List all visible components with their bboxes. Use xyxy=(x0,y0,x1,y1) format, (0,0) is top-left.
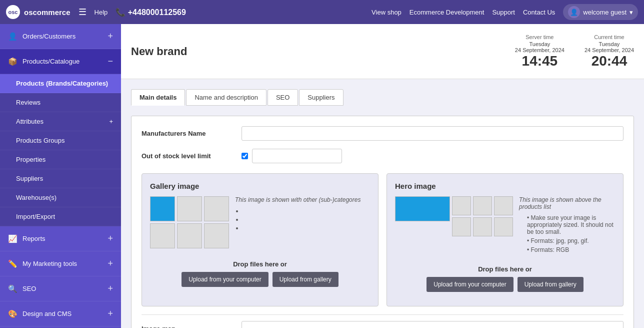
image-map-label: Image map xyxy=(142,325,242,329)
sidebar-sub-properties[interactable]: Properties xyxy=(0,150,121,169)
sidebar-label-orders: Orders/Customers xyxy=(22,33,76,40)
sidebar-sub-brands[interactable]: Products (Brands/Categories) xyxy=(0,74,121,93)
gallery-thumb-6 xyxy=(204,223,229,248)
stock-checkbox-group xyxy=(242,149,342,163)
support-link[interactable]: Support xyxy=(492,9,515,16)
sidebar-item-design[interactable]: 🎨 Design and CMS + xyxy=(0,301,121,326)
image-map-row: Image map xyxy=(142,314,624,328)
hero-bullet-2: • Formats: jpg, png, gif. xyxy=(527,237,615,244)
contact-us-link[interactable]: Contact Us xyxy=(523,9,555,16)
tab-name-description[interactable]: Name and description xyxy=(186,89,266,106)
hero-thumb-main xyxy=(395,196,450,221)
server-time-block: Server time Tuesday 24 September, 2024 1… xyxy=(515,34,564,69)
server-time: 14:45 xyxy=(515,53,564,69)
stock-checkbox[interactable] xyxy=(242,153,248,159)
sidebar-sub-reviews[interactable]: Reviews xyxy=(0,93,121,112)
hero-small-thumb-1 xyxy=(452,196,471,215)
reports-expand-icon[interactable]: + xyxy=(108,233,113,244)
products-expand-icon[interactable]: − xyxy=(108,56,113,67)
sidebar-item-products[interactable]: 📦 Products/Catalogue − xyxy=(0,49,121,74)
gallery-bullet-1 xyxy=(243,207,360,214)
user-icon: 👤 xyxy=(568,6,580,18)
chevron-down-icon: ▾ xyxy=(630,9,633,16)
marketing-expand-icon[interactable]: + xyxy=(108,258,113,269)
gallery-upload-computer-button[interactable]: Upload from your computer xyxy=(182,272,268,287)
tab-suppliers[interactable]: Suppliers xyxy=(299,89,343,106)
tab-seo[interactable]: SEO xyxy=(268,89,298,106)
sidebar-sub-warehouse[interactable]: Warehouse(s) xyxy=(0,188,121,207)
content-area: Main details Name and description SEO Su… xyxy=(121,79,644,328)
hero-drop-zone: Drop files here or Upload from your comp… xyxy=(395,265,615,292)
gallery-thumb-3 xyxy=(204,196,229,221)
sidebar: 👤 Orders/Customers + 📦 Products/Catalogu… xyxy=(0,24,121,328)
seo-expand-icon[interactable]: + xyxy=(108,283,113,294)
sidebar-label-design: Design and CMS xyxy=(22,310,72,317)
gallery-thumb-1 xyxy=(150,196,175,221)
phone-number: 📞 +448000112569 xyxy=(116,8,186,17)
top-nav: osc oscommerce ☰ Help 📞 +448000112569 Vi… xyxy=(0,0,644,24)
gallery-drop-zone: Drop files here or Upload from your comp… xyxy=(150,260,370,287)
sidebar-sub-products: Products (Brands/Categories) Reviews Att… xyxy=(0,74,121,226)
image-map-input[interactable] xyxy=(242,321,624,328)
hero-btn-group: Upload from your computer Upload from ga… xyxy=(395,277,615,292)
hero-drop-text: Drop files here or xyxy=(395,265,615,273)
hero-small-thumb-2 xyxy=(473,196,492,215)
reports-icon: 📈 xyxy=(8,234,18,243)
hero-bullet-list: • Make sure your image is appropriately … xyxy=(527,214,615,253)
design-expand-icon[interactable]: + xyxy=(108,308,113,319)
gallery-thumb-2 xyxy=(177,196,202,221)
current-time-block: Current time Tuesday 24 September, 2024 … xyxy=(584,34,634,69)
hamburger-icon[interactable]: ☰ xyxy=(78,7,86,18)
seo-icon: 🔍 xyxy=(8,284,18,293)
sidebar-item-orders[interactable]: 👤 Orders/Customers + xyxy=(0,24,121,49)
page-title: New brand xyxy=(131,45,187,58)
hero-upload-computer-button[interactable]: Upload from your computer xyxy=(426,277,513,292)
gallery-bullet-3 xyxy=(243,224,360,231)
hero-info-text: This image is shown above the products l… xyxy=(519,196,615,210)
sidebar-item-reports[interactable]: 📈 Reports + xyxy=(0,226,121,251)
help-link[interactable]: Help xyxy=(94,9,108,16)
gallery-image-panel: Gallery image This image xyxy=(142,173,378,306)
logo[interactable]: osc oscommerce xyxy=(6,5,70,19)
ecommerce-dev-link[interactable]: Ecommerce Development xyxy=(410,9,484,16)
orders-expand-icon[interactable]: + xyxy=(108,31,113,42)
sidebar-sub-suppliers[interactable]: Suppliers xyxy=(0,169,121,188)
hero-bullet-3: • Formats: RGB xyxy=(527,246,615,253)
logo-icon: osc xyxy=(6,5,20,19)
gallery-info-text: This image is shown with other (sub-)cat… xyxy=(235,196,360,203)
gallery-bullet-2 xyxy=(243,216,360,223)
view-shop-link[interactable]: View shop xyxy=(372,9,402,16)
user-name: welcome guest xyxy=(583,9,626,16)
sidebar-sub-groups[interactable]: Products Groups xyxy=(0,131,121,150)
sidebar-sub-attributes[interactable]: Attributes + xyxy=(0,112,121,131)
sidebar-sub-import[interactable]: Import/Export xyxy=(0,207,121,226)
sidebar-item-seo[interactable]: 🔍 SEO + xyxy=(0,276,121,301)
tab-bar: Main details Name and description SEO Su… xyxy=(131,89,634,106)
attributes-expand-icon[interactable]: + xyxy=(109,118,113,125)
gallery-drop-text: Drop files here or xyxy=(150,260,370,268)
hero-small-thumb-3 xyxy=(494,196,513,215)
gallery-upload-gallery-button[interactable]: Upload from gallery xyxy=(272,272,338,287)
stock-level-label: Out of stock level limit xyxy=(142,152,242,160)
phone-icon: 📞 xyxy=(116,8,126,17)
user-menu[interactable]: 👤 welcome guest ▾ xyxy=(563,4,638,20)
gallery-title: Gallery image xyxy=(150,182,370,190)
main-details-form: Manufacturers Name Out of stock level li… xyxy=(131,116,634,328)
hero-thumbs xyxy=(395,196,513,259)
hero-upload-gallery-button[interactable]: Upload from gallery xyxy=(518,277,584,292)
gallery-btn-group: Upload from your computer Upload from ga… xyxy=(150,272,370,287)
stock-input[interactable] xyxy=(252,149,342,163)
products-icon: 📦 xyxy=(8,57,18,66)
orders-icon: 👤 xyxy=(8,32,18,41)
sidebar-label-marketing: My Marketing tools xyxy=(22,260,77,267)
gallery-thumb-5 xyxy=(177,223,202,248)
design-icon: 🎨 xyxy=(8,309,18,318)
manufacturers-name-input[interactable] xyxy=(242,126,624,141)
stock-level-row: Out of stock level limit xyxy=(142,149,624,163)
manufacturers-name-label: Manufacturers Name xyxy=(142,130,242,137)
main-content: New brand Server time Tuesday 24 Septemb… xyxy=(121,24,644,328)
gallery-info-block: This image is shown with other (sub-)cat… xyxy=(235,196,360,254)
image-panels: Gallery image This image xyxy=(142,173,624,306)
tab-main-details[interactable]: Main details xyxy=(131,89,185,106)
sidebar-item-marketing[interactable]: ✏️ My Marketing tools + xyxy=(0,251,121,276)
